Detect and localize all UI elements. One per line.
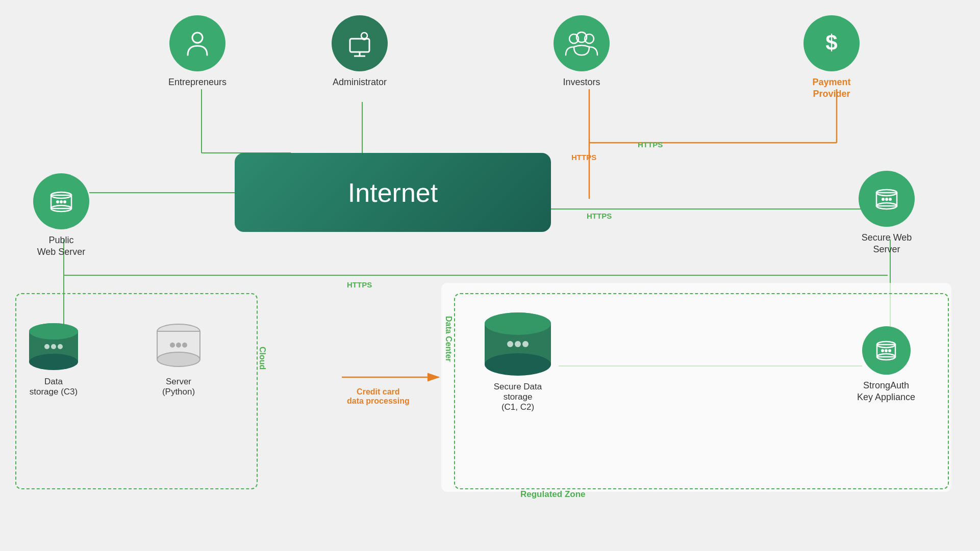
svg-point-19 (361, 33, 367, 39)
entrepreneurs-label: Entrepreneurs (168, 76, 227, 88)
administrator-icon (332, 15, 388, 71)
svg-point-60 (881, 349, 884, 352)
regulated-zone-label: Regulated Zone (520, 489, 586, 500)
entrepreneurs-icon (169, 15, 225, 71)
svg-point-39 (29, 323, 78, 339)
secure-data-storage-label: Secure Datastorage(C1, C2) (480, 382, 556, 412)
payment-provider-icon: $ (803, 15, 860, 71)
svg-point-53 (515, 341, 521, 347)
diagram-canvas: Internet Entrepreneurs Administrator (0, 0, 980, 551)
node-secure-web-server: Secure WebServer (859, 171, 915, 256)
svg-point-47 (170, 343, 175, 348)
secure-web-server-label: Secure WebServer (862, 232, 912, 256)
svg-point-15 (192, 33, 203, 43)
administrator-label: Administrator (333, 76, 387, 88)
node-data-storage: Datastorage (C3) (26, 321, 82, 397)
node-investors: Investors (554, 15, 610, 88)
svg-point-59 (885, 349, 888, 352)
svg-point-52 (485, 312, 551, 335)
data-storage-label: Datastorage (C3) (26, 377, 82, 397)
svg-point-40 (51, 344, 56, 349)
svg-point-41 (44, 344, 49, 349)
svg-point-46 (176, 343, 181, 348)
node-strongauth: StrongAuthKey Appliance (857, 326, 915, 404)
credit-card-label: Credit carddata processing (347, 387, 410, 406)
svg-point-28 (56, 200, 59, 203)
internet-label: Internet (348, 177, 438, 208)
cloud-zone-label: Cloud (258, 347, 267, 370)
data-center-label: Data Center (444, 316, 453, 362)
public-web-server-label: PublicWeb Server (37, 234, 86, 258)
secure-web-server-icon (859, 171, 915, 227)
server-python-label: Server(Python) (153, 377, 204, 397)
investors-icon (554, 15, 610, 71)
svg-text:$: $ (825, 31, 837, 55)
internet-box: Internet (235, 153, 551, 232)
svg-point-54 (507, 341, 513, 347)
svg-point-38 (29, 354, 78, 370)
payment-provider-label: PaymentProvider (812, 76, 850, 100)
svg-point-55 (522, 341, 529, 347)
node-secure-data-storage: Secure Datastorage(C1, C2) (480, 311, 556, 412)
node-server-python: Server(Python) (153, 321, 204, 397)
investors-label: Investors (563, 76, 600, 88)
svg-point-51 (485, 353, 551, 376)
https-label-internet-secure: HTTPS (587, 212, 612, 220)
https-label-payment: HTTPS (638, 140, 663, 149)
svg-rect-16 (350, 39, 369, 52)
strongauth-label: StrongAuthKey Appliance (857, 380, 915, 404)
node-public-web-server: PublicWeb Server (33, 173, 89, 258)
strongauth-icon (862, 326, 911, 375)
https-label-investors: HTTPS (571, 153, 596, 162)
svg-point-27 (60, 200, 63, 203)
svg-point-61 (888, 349, 891, 352)
https-label-bottom: HTTPS (347, 280, 372, 289)
svg-point-29 (63, 200, 66, 203)
node-entrepreneurs: Entrepreneurs (168, 15, 227, 88)
svg-point-42 (58, 344, 63, 349)
public-web-server-icon (33, 173, 89, 229)
svg-point-45 (157, 352, 200, 366)
node-payment-provider: $ PaymentProvider (803, 15, 860, 100)
node-administrator: Administrator (332, 15, 388, 88)
svg-point-48 (182, 343, 187, 348)
svg-point-34 (882, 198, 885, 201)
svg-point-33 (885, 198, 888, 201)
svg-point-35 (889, 198, 892, 201)
